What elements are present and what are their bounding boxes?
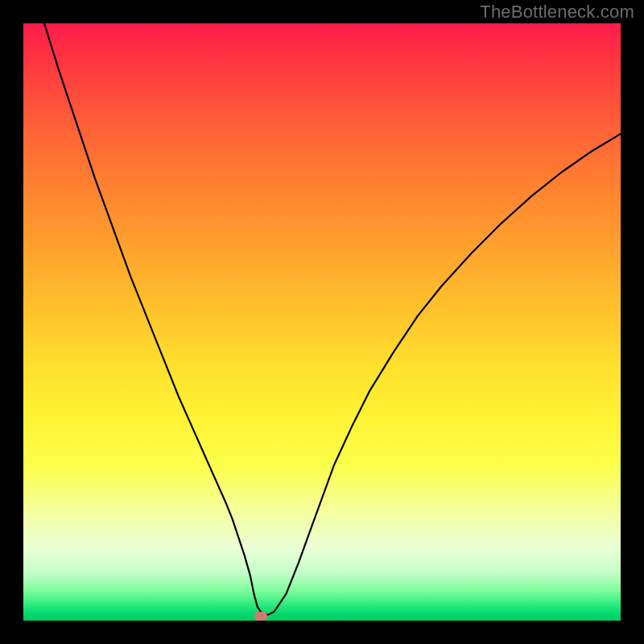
chart-frame: TheBottleneck.com [0,0,644,644]
attribution-text: TheBottleneck.com [480,2,634,23]
plot-area [23,23,621,621]
curve-path [44,23,621,615]
bottleneck-curve [23,23,621,621]
optimal-marker [254,612,267,621]
